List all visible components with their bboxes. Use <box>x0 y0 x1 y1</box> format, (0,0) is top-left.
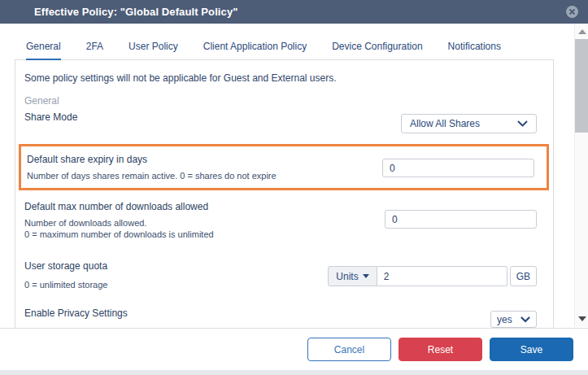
share-expiry-text-column: Default share expiry in days Number of d… <box>27 152 277 181</box>
share-mode-row: Share Mode Allow All Shares <box>15 109 553 133</box>
modal-header: Effective Policy: "Global Default Policy… <box>0 0 588 24</box>
general-tab-panel: Some policy settings will not be applica… <box>15 60 554 329</box>
privacy-settings-select[interactable]: yes <box>490 311 537 328</box>
storage-quota-help: 0 = unlimited storage <box>24 280 107 290</box>
tab-bar: General 2FA User Policy Client Applicati… <box>15 41 554 60</box>
tab-notifications[interactable]: Notifications <box>448 41 501 59</box>
storage-quota-unit-suffix: GB <box>510 266 537 286</box>
max-downloads-input[interactable] <box>385 210 537 229</box>
triangle-up-icon <box>578 29 586 34</box>
tab-2fa[interactable]: 2FA <box>86 41 103 59</box>
scrollbar-up-button[interactable] <box>575 26 588 37</box>
save-button[interactable]: Save <box>490 338 573 361</box>
privacy-settings-selected-value: yes <box>497 314 512 325</box>
share-expiry-highlighted-section: Default share expiry in days Number of d… <box>19 144 549 190</box>
tab-client-application-policy[interactable]: Client Application Policy <box>203 41 307 59</box>
share-expiry-label: Default share expiry in days <box>27 152 277 165</box>
modal-title: Effective Policy: "Global Default Policy… <box>34 6 238 18</box>
share-expiry-input[interactable] <box>382 159 534 177</box>
privacy-settings-row: Enable Privacy Settings yes <box>15 307 553 328</box>
units-dropdown-button[interactable]: Units <box>328 266 377 286</box>
close-icon <box>568 8 576 15</box>
share-mode-select[interactable]: Allow All Shares <box>401 114 537 133</box>
share-mode-label: Share Mode <box>24 109 77 123</box>
storage-quota-text-column: User storage quota 0 = unlimited storage <box>24 260 107 290</box>
units-dropdown-label: Units <box>336 271 358 282</box>
vertical-scrollbar[interactable] <box>574 24 588 327</box>
max-downloads-help-1: Number of downloads allowed. <box>24 218 214 228</box>
scrollbar-down-button[interactable] <box>575 313 588 325</box>
storage-quota-controls: Units GB <box>328 266 537 286</box>
share-expiry-help: Number of days shares remain active. 0 =… <box>27 171 277 181</box>
max-downloads-text-column: Default max number of downloads allowed … <box>24 201 214 239</box>
chevron-down-icon <box>517 120 528 127</box>
max-downloads-help-2: 0 = maximum number of downloads is unlim… <box>24 229 214 239</box>
max-downloads-label: Default max number of downloads allowed <box>24 201 214 212</box>
storage-quota-label: User storage quota <box>24 260 107 272</box>
share-mode-selected-value: Allow All Shares <box>410 118 480 129</box>
caret-down-icon <box>363 274 369 278</box>
cancel-button[interactable]: Cancel <box>307 338 391 361</box>
effective-policy-modal: Effective Policy: "Global Default Policy… <box>0 0 588 370</box>
policy-notice-text: Some policy settings will not be applica… <box>15 60 553 84</box>
modal-footer: Cancel Reset Save <box>0 328 588 370</box>
chevron-down-icon <box>520 316 530 323</box>
triangle-down-icon <box>578 316 586 321</box>
group-label-general: General <box>15 84 553 107</box>
reset-button[interactable]: Reset <box>399 338 482 361</box>
scrollbar-thumb[interactable] <box>575 39 588 133</box>
privacy-settings-label: Enable Privacy Settings <box>24 307 128 328</box>
storage-quota-row: User storage quota 0 = unlimited storage… <box>15 260 553 290</box>
max-downloads-row: Default max number of downloads allowed … <box>15 201 553 239</box>
tab-user-policy[interactable]: User Policy <box>128 41 178 59</box>
close-button[interactable] <box>566 6 578 18</box>
tab-device-configuration[interactable]: Device Configuration <box>332 41 422 59</box>
storage-quota-input[interactable] <box>377 266 507 286</box>
tab-general[interactable]: General <box>26 41 61 60</box>
